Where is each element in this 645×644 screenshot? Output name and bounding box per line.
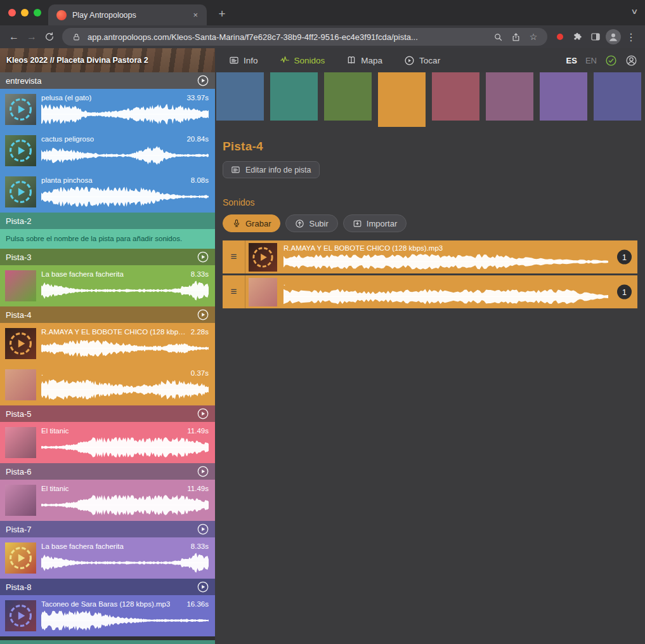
importar-button[interactable]: Importar bbox=[343, 214, 407, 232]
track-header-entrevista[interactable]: entrevista bbox=[0, 72, 215, 89]
forward-button[interactable]: → bbox=[23, 28, 41, 46]
waveform bbox=[283, 288, 608, 305]
track-header-pista-6[interactable]: Pista-6 bbox=[0, 463, 215, 480]
zoom-icon[interactable] bbox=[492, 30, 504, 43]
track-section-pista-6: Pista-6El titanic11.49s bbox=[0, 463, 215, 521]
sound-clip[interactable]: pelusa (el gato)33.97s bbox=[0, 89, 215, 130]
sound-clip[interactable]: La base fachera facherita8.33s bbox=[0, 537, 215, 579]
track-swatch-7[interactable] bbox=[540, 72, 587, 121]
track-play-button[interactable] bbox=[197, 465, 209, 478]
track-play-button[interactable] bbox=[197, 523, 209, 536]
track-section-pista-4: Pista-4R.AMAYA Y EL BOBOTE CHICO (128 kb… bbox=[0, 306, 215, 405]
track-header-pista-4[interactable]: Pista-4 bbox=[0, 306, 215, 323]
sound-rows: ≡R.AMAYA Y EL BOBOTE CHICO (128 kbps).mp… bbox=[223, 240, 637, 308]
sound-row[interactable]: ≡.1 bbox=[223, 275, 637, 308]
track-swatch-6[interactable] bbox=[486, 72, 533, 121]
track-swatch-5[interactable] bbox=[432, 72, 479, 121]
header-right: ESEN bbox=[566, 48, 645, 72]
side-panel-icon[interactable] bbox=[587, 28, 604, 46]
tab-search-chevron-icon[interactable]: ∨ bbox=[630, 7, 638, 16]
sound-clip[interactable]: El titanic11.49s bbox=[0, 422, 215, 463]
clip-play-icon[interactable] bbox=[5, 600, 36, 631]
clip-play-icon[interactable] bbox=[5, 542, 36, 574]
lang-en[interactable]: EN bbox=[585, 56, 597, 65]
account-icon[interactable] bbox=[625, 55, 637, 67]
back-button[interactable]: ← bbox=[5, 28, 23, 46]
profile-avatar[interactable] bbox=[604, 28, 622, 46]
track-play-button[interactable] bbox=[197, 308, 209, 321]
track-header-pista-2[interactable]: Pista-2 bbox=[0, 213, 215, 229]
track-section-pista-3: Pista-3La base fachera facherita8.33s bbox=[0, 249, 215, 306]
track-swatch-8[interactable] bbox=[594, 72, 641, 121]
track-header-pista-7[interactable]: Pista-7 bbox=[0, 521, 215, 537]
app-nav: InfoSonidosMapaTocar bbox=[229, 48, 440, 72]
sound-clip[interactable]: planta pinchosa8.08s bbox=[0, 171, 215, 213]
button-label: Grabar bbox=[245, 219, 271, 228]
track-section-entrevista: entrevistapelusa (el gato)33.97scactus p… bbox=[0, 72, 215, 213]
tab-sonidos[interactable]: Sonidos bbox=[280, 55, 325, 65]
reload-button[interactable] bbox=[41, 28, 58, 46]
grabar-button[interactable]: Grabar bbox=[223, 214, 280, 232]
clip-thumbnail bbox=[5, 176, 36, 207]
fullscreen-window-button[interactable] bbox=[34, 9, 41, 16]
track-header-pista-8[interactable]: Pista-8 bbox=[0, 579, 215, 595]
sound-clip[interactable]: La base fachera facherita8.33s bbox=[0, 265, 215, 306]
tab-mapa[interactable]: Mapa bbox=[346, 55, 382, 65]
clip-title: El titanic bbox=[41, 484, 68, 494]
clip-play-icon[interactable] bbox=[5, 176, 36, 207]
minimize-window-button[interactable] bbox=[21, 9, 29, 16]
extensions-puzzle-icon[interactable] bbox=[569, 28, 587, 46]
clip-body: El titanic11.49s bbox=[41, 484, 209, 516]
sound-row[interactable]: ≡R.AMAYA Y EL BOBOTE CHICO (128 kbps).mp… bbox=[223, 240, 637, 273]
clip-title: La base fachera facherita bbox=[41, 270, 124, 279]
track-play-button[interactable] bbox=[197, 407, 209, 420]
tab-tocar[interactable]: Tocar bbox=[404, 55, 440, 66]
lang-es[interactable]: ES bbox=[566, 56, 577, 65]
track-play-button[interactable] bbox=[197, 74, 209, 87]
clip-play-icon[interactable] bbox=[5, 328, 36, 359]
tab-close-icon[interactable]: × bbox=[190, 10, 200, 20]
clip-play-icon[interactable] bbox=[249, 243, 277, 272]
track-swatch-4[interactable] bbox=[378, 72, 426, 127]
track-swatch-3[interactable] bbox=[324, 72, 372, 121]
clip-thumbnail bbox=[5, 369, 36, 400]
app-content: entrevistapelusa (el gato)33.97scactus p… bbox=[0, 72, 645, 644]
drag-handle-icon[interactable]: ≡ bbox=[223, 240, 245, 273]
sound-clip[interactable]: El titanic11.49s bbox=[0, 480, 215, 521]
clip-thumbnail bbox=[5, 328, 36, 359]
tab-favicon-icon bbox=[56, 10, 67, 20]
clip-play-icon[interactable] bbox=[5, 94, 36, 125]
track-play-button[interactable] bbox=[197, 581, 209, 593]
track-header-pista-3[interactable]: Pista-3 bbox=[0, 249, 215, 265]
clip-play-icon[interactable] bbox=[5, 135, 36, 166]
browser-tab[interactable]: Play Antropoloops × bbox=[48, 4, 207, 25]
track-swatch-1[interactable] bbox=[216, 72, 264, 121]
subir-button[interactable]: Subir bbox=[285, 214, 337, 232]
drag-handle-icon[interactable]: ≡ bbox=[223, 275, 245, 308]
track-play-button[interactable] bbox=[197, 251, 209, 263]
waveform bbox=[41, 185, 209, 208]
new-tab-button[interactable]: + bbox=[214, 6, 230, 22]
lock-icon bbox=[70, 30, 82, 43]
clip-body: La base fachera facherita8.33s bbox=[41, 542, 209, 574]
address-bar[interactable]: app.antropoloops.com/Kleos-Santa-Marina/… bbox=[62, 28, 547, 46]
clip-thumbnail bbox=[5, 94, 36, 125]
bookmark-star-icon[interactable]: ☆ bbox=[527, 30, 540, 43]
track-swatch-2[interactable] bbox=[270, 72, 318, 121]
clip-title: La base fachera facherita bbox=[41, 542, 124, 551]
sound-clip[interactable]: R.AMAYA Y EL BOBOTE CHICO (128 kbps)....… bbox=[0, 323, 215, 364]
sound-clip[interactable]: Taconeo de Sara Baras (128 kbps).mp316.3… bbox=[0, 595, 215, 636]
tab-info[interactable]: Info bbox=[229, 55, 258, 65]
clip-thumbnail bbox=[5, 135, 36, 166]
browser-menu-icon[interactable]: ⋮ bbox=[622, 28, 640, 46]
sonidos-icon bbox=[280, 55, 290, 65]
recorder-extension-icon[interactable] bbox=[551, 28, 569, 46]
share-icon[interactable] bbox=[509, 30, 522, 43]
breadcrumb[interactable]: Kleos 2022 // Placeta Divina Pastora 2 bbox=[0, 48, 215, 72]
track-name: Pista-5 bbox=[6, 409, 197, 419]
sound-clip[interactable]: .0.37s bbox=[0, 364, 215, 405]
edit-track-info-button[interactable]: Editar info de pista bbox=[223, 161, 320, 178]
track-header-pista-5[interactable]: Pista-5 bbox=[0, 405, 215, 422]
sound-clip[interactable]: cactus peligroso20.84s bbox=[0, 130, 215, 171]
close-window-button[interactable] bbox=[8, 9, 16, 16]
